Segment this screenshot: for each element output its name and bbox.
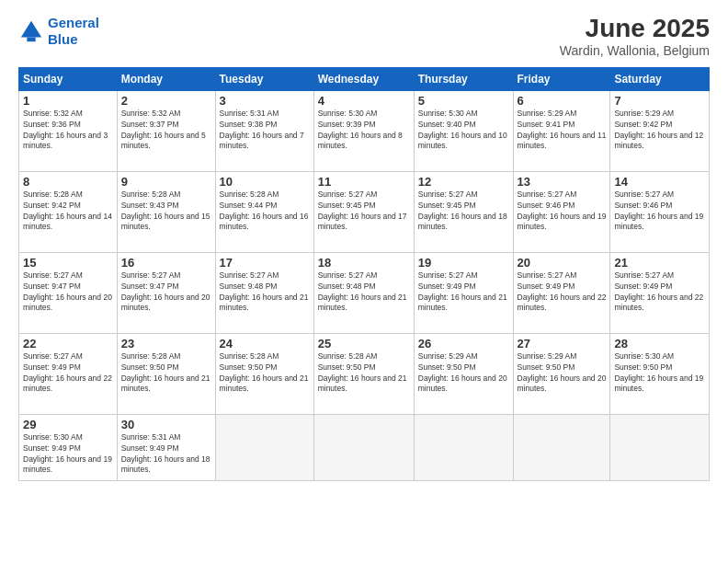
day-info: Sunrise: 5:27 AMSunset: 9:47 PMDaylight:… — [23, 270, 112, 313]
day-info: Sunrise: 5:31 AMSunset: 9:49 PMDaylight:… — [121, 432, 210, 475]
svg-rect-1 — [27, 38, 35, 42]
header: General Blue June 2025 Wardin, Wallonia,… — [18, 15, 710, 58]
logo-text: General Blue — [48, 15, 99, 48]
table-row: 7 Sunrise: 5:29 AMSunset: 9:42 PMDayligh… — [610, 90, 710, 171]
table-row: 8 Sunrise: 5:28 AMSunset: 9:42 PMDayligh… — [19, 171, 118, 252]
day-number: 9 — [121, 175, 211, 189]
day-number: 8 — [23, 175, 113, 189]
table-row: 25 Sunrise: 5:28 AMSunset: 9:50 PMDaylig… — [313, 333, 414, 414]
page: General Blue June 2025 Wardin, Wallonia,… — [0, 0, 728, 563]
day-info: Sunrise: 5:29 AMSunset: 9:50 PMDaylight:… — [518, 351, 607, 394]
day-info: Sunrise: 5:27 AMSunset: 9:49 PMDaylight:… — [518, 270, 607, 313]
day-number: 30 — [121, 418, 211, 431]
table-row — [215, 414, 313, 480]
day-number: 23 — [121, 337, 211, 350]
logo-icon — [18, 18, 44, 44]
day-number: 11 — [318, 175, 410, 189]
day-info: Sunrise: 5:28 AMSunset: 9:50 PMDaylight:… — [220, 351, 309, 394]
day-info: Sunrise: 5:30 AMSunset: 9:39 PMDaylight:… — [318, 109, 403, 151]
subtitle: Wardin, Wallonia, Belgium — [560, 43, 710, 58]
day-number: 16 — [121, 256, 211, 270]
col-sunday: Sunday — [19, 67, 118, 90]
calendar-week-row: 22 Sunrise: 5:27 AMSunset: 9:49 PMDaylig… — [19, 333, 710, 414]
day-info: Sunrise: 5:31 AMSunset: 9:38 PMDaylight:… — [220, 109, 304, 151]
day-number: 17 — [220, 256, 310, 270]
day-number: 15 — [23, 256, 113, 270]
day-info: Sunrise: 5:27 AMSunset: 9:47 PMDaylight:… — [121, 270, 210, 313]
day-number: 19 — [418, 256, 509, 270]
day-number: 29 — [23, 418, 113, 431]
day-info: Sunrise: 5:29 AMSunset: 9:50 PMDaylight:… — [418, 351, 507, 394]
calendar-table: Sunday Monday Tuesday Wednesday Thursday… — [18, 67, 710, 481]
day-number: 7 — [614, 94, 705, 108]
day-info: Sunrise: 5:27 AMSunset: 9:45 PMDaylight:… — [318, 190, 407, 232]
table-row: 23 Sunrise: 5:28 AMSunset: 9:50 PMDaylig… — [117, 333, 215, 414]
calendar-week-row: 1 Sunrise: 5:32 AMSunset: 9:36 PMDayligh… — [19, 90, 710, 171]
table-row: 30 Sunrise: 5:31 AMSunset: 9:49 PMDaylig… — [117, 414, 215, 480]
table-row: 12 Sunrise: 5:27 AMSunset: 9:45 PMDaylig… — [414, 171, 513, 252]
day-info: Sunrise: 5:28 AMSunset: 9:42 PMDaylight:… — [23, 190, 112, 232]
day-info: Sunrise: 5:27 AMSunset: 9:45 PMDaylight:… — [418, 190, 507, 232]
day-info: Sunrise: 5:30 AMSunset: 9:49 PMDaylight:… — [23, 432, 112, 475]
title-block: June 2025 Wardin, Wallonia, Belgium — [560, 15, 710, 58]
col-saturday: Saturday — [610, 67, 710, 90]
day-number: 24 — [220, 337, 310, 350]
day-number: 25 — [318, 337, 410, 350]
table-row: 11 Sunrise: 5:27 AMSunset: 9:45 PMDaylig… — [313, 171, 414, 252]
day-number: 26 — [418, 337, 509, 350]
day-number: 18 — [318, 256, 410, 270]
day-number: 2 — [121, 94, 211, 108]
day-number: 6 — [518, 94, 607, 108]
day-number: 5 — [418, 94, 509, 108]
day-number: 27 — [518, 337, 607, 350]
day-info: Sunrise: 5:27 AMSunset: 9:48 PMDaylight:… — [318, 270, 407, 313]
table-row: 4 Sunrise: 5:30 AMSunset: 9:39 PMDayligh… — [313, 90, 414, 171]
table-row: 3 Sunrise: 5:31 AMSunset: 9:38 PMDayligh… — [215, 90, 313, 171]
day-info: Sunrise: 5:29 AMSunset: 9:41 PMDaylight:… — [518, 109, 607, 151]
table-row: 17 Sunrise: 5:27 AMSunset: 9:48 PMDaylig… — [215, 252, 313, 333]
table-row: 21 Sunrise: 5:27 AMSunset: 9:49 PMDaylig… — [610, 252, 710, 333]
table-row: 5 Sunrise: 5:30 AMSunset: 9:40 PMDayligh… — [414, 90, 513, 171]
col-monday: Monday — [117, 67, 215, 90]
day-info: Sunrise: 5:27 AMSunset: 9:49 PMDaylight:… — [614, 270, 703, 313]
day-info: Sunrise: 5:32 AMSunset: 9:37 PMDaylight:… — [121, 109, 206, 151]
table-row: 29 Sunrise: 5:30 AMSunset: 9:49 PMDaylig… — [19, 414, 118, 480]
logo-line1: General — [48, 15, 99, 30]
day-number: 21 — [614, 256, 705, 270]
day-number: 13 — [518, 175, 607, 189]
table-row: 24 Sunrise: 5:28 AMSunset: 9:50 PMDaylig… — [215, 333, 313, 414]
table-row: 1 Sunrise: 5:32 AMSunset: 9:36 PMDayligh… — [19, 90, 118, 171]
day-number: 3 — [220, 94, 310, 108]
table-row — [313, 414, 414, 480]
day-info: Sunrise: 5:28 AMSunset: 9:44 PMDaylight:… — [220, 190, 309, 232]
calendar-week-row: 15 Sunrise: 5:27 AMSunset: 9:47 PMDaylig… — [19, 252, 710, 333]
logo-line2: Blue — [48, 31, 78, 47]
table-row: 26 Sunrise: 5:29 AMSunset: 9:50 PMDaylig… — [414, 333, 513, 414]
table-row: 13 Sunrise: 5:27 AMSunset: 9:46 PMDaylig… — [513, 171, 610, 252]
day-info: Sunrise: 5:28 AMSunset: 9:50 PMDaylight:… — [121, 351, 210, 394]
table-row: 16 Sunrise: 5:27 AMSunset: 9:47 PMDaylig… — [117, 252, 215, 333]
table-row — [513, 414, 610, 480]
day-number: 22 — [23, 337, 113, 350]
day-info: Sunrise: 5:27 AMSunset: 9:48 PMDaylight:… — [220, 270, 309, 313]
svg-marker-0 — [21, 21, 41, 38]
day-info: Sunrise: 5:28 AMSunset: 9:43 PMDaylight:… — [121, 190, 210, 232]
day-info: Sunrise: 5:29 AMSunset: 9:42 PMDaylight:… — [614, 109, 703, 151]
table-row: 19 Sunrise: 5:27 AMSunset: 9:49 PMDaylig… — [414, 252, 513, 333]
table-row: 9 Sunrise: 5:28 AMSunset: 9:43 PMDayligh… — [117, 171, 215, 252]
table-row: 22 Sunrise: 5:27 AMSunset: 9:49 PMDaylig… — [19, 333, 118, 414]
calendar-header-row: Sunday Monday Tuesday Wednesday Thursday… — [19, 67, 710, 90]
day-number: 4 — [318, 94, 410, 108]
day-info: Sunrise: 5:30 AMSunset: 9:50 PMDaylight:… — [614, 351, 703, 394]
table-row — [610, 414, 710, 480]
day-info: Sunrise: 5:30 AMSunset: 9:40 PMDaylight:… — [418, 109, 507, 151]
table-row: 20 Sunrise: 5:27 AMSunset: 9:49 PMDaylig… — [513, 252, 610, 333]
table-row: 18 Sunrise: 5:27 AMSunset: 9:48 PMDaylig… — [313, 252, 414, 333]
day-number: 12 — [418, 175, 509, 189]
day-info: Sunrise: 5:28 AMSunset: 9:50 PMDaylight:… — [318, 351, 407, 394]
logo: General Blue — [18, 15, 99, 48]
day-info: Sunrise: 5:27 AMSunset: 9:49 PMDaylight:… — [418, 270, 507, 313]
table-row: 14 Sunrise: 5:27 AMSunset: 9:46 PMDaylig… — [610, 171, 710, 252]
day-info: Sunrise: 5:27 AMSunset: 9:49 PMDaylight:… — [23, 351, 112, 394]
table-row: 15 Sunrise: 5:27 AMSunset: 9:47 PMDaylig… — [19, 252, 118, 333]
